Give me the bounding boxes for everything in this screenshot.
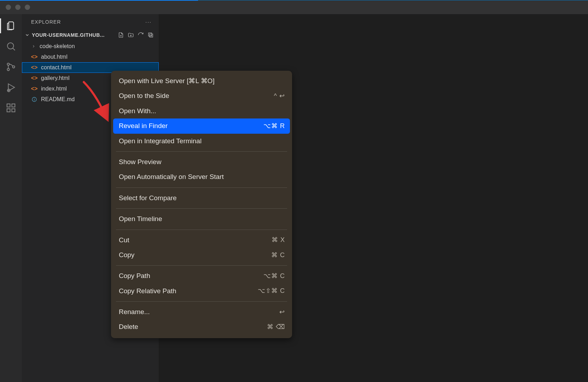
sidebar-more-icon[interactable]: ··· xyxy=(145,19,152,25)
menu-item[interactable]: Select for Compare xyxy=(111,191,292,206)
file-label: gallery.html xyxy=(41,75,70,81)
menu-item-label: Open in Integrated Terminal xyxy=(119,136,202,146)
menu-separator xyxy=(116,187,287,188)
html-file-icon: <> xyxy=(31,54,37,60)
menu-item-label: Show Preview xyxy=(119,157,161,167)
menu-item[interactable]: Open in Integrated Terminal xyxy=(111,134,292,149)
context-menu: Open with Live Server [⌘L ⌘O]Open to the… xyxy=(111,71,292,338)
file-label: README.md xyxy=(41,96,75,103)
menu-item-label: Select for Compare xyxy=(119,193,177,203)
menu-item-shortcut: ↩ xyxy=(279,307,285,317)
html-file-icon: <> xyxy=(31,64,37,71)
svg-point-2 xyxy=(7,63,9,65)
sidebar-header: EXPLORER ··· xyxy=(22,14,159,30)
menu-item[interactable]: Delete⌘ ⌫ xyxy=(111,319,292,334)
chevron-right-icon xyxy=(31,44,36,48)
file-label: contact.html xyxy=(41,64,71,71)
activity-search-icon[interactable] xyxy=(5,40,17,52)
menu-item[interactable]: Open With... xyxy=(111,104,292,118)
folder-header[interactable]: YOUR-USERNAME.GITHUB... xyxy=(22,30,159,40)
menu-item[interactable]: Open Timeline xyxy=(111,212,292,226)
menu-item-label: Open with Live Server [⌘L ⌘O] xyxy=(119,76,215,86)
menu-item-label: Open With... xyxy=(119,106,156,116)
menu-item-shortcut: ⌘ ⌫ xyxy=(267,322,285,332)
svg-line-1 xyxy=(13,48,15,50)
html-file-icon: <> xyxy=(31,86,37,92)
menu-item-shortcut: ⌥⌘ R xyxy=(263,121,285,131)
refresh-icon[interactable] xyxy=(138,32,144,38)
menu-item-label: Copy xyxy=(119,250,134,260)
svg-point-4 xyxy=(12,66,14,68)
menu-item-label: Open Automatically on Server Start xyxy=(119,172,224,182)
activity-source-control-icon[interactable] xyxy=(5,61,17,73)
sidebar-title: EXPLORER xyxy=(31,19,61,25)
new-folder-icon[interactable] xyxy=(128,32,134,38)
menu-item-label: Reveal in Finder xyxy=(119,121,168,131)
window-maximize-button[interactable] xyxy=(25,5,30,10)
menu-item-label: Rename... xyxy=(119,307,150,317)
activity-run-debug-icon[interactable] xyxy=(5,81,17,93)
collapse-all-icon[interactable] xyxy=(147,32,154,38)
menu-item[interactable]: Reveal in Finder⌥⌘ R xyxy=(113,118,290,133)
menu-item[interactable]: Open with Live Server [⌘L ⌘O] xyxy=(111,74,292,88)
svg-rect-8 xyxy=(7,109,10,112)
menu-item-shortcut: ⌘ C xyxy=(271,250,285,260)
menu-item[interactable]: Copy⌘ C xyxy=(111,248,292,262)
menu-item-shortcut: ⌘ X xyxy=(272,235,285,245)
svg-rect-7 xyxy=(7,104,10,107)
svg-point-3 xyxy=(7,68,9,70)
folder-name: YOUR-USERNAME.GITHUB... xyxy=(32,32,105,38)
file-label: index.html xyxy=(41,86,67,92)
menu-item-label: Open to the Side xyxy=(119,91,169,101)
menu-item-label: Cut xyxy=(119,235,129,245)
menu-item[interactable]: Show Preview xyxy=(111,155,292,169)
menu-item-label: Copy Relative Path xyxy=(119,286,176,296)
menu-separator xyxy=(116,151,287,152)
folder-row[interactable]: code-skeleton xyxy=(22,41,159,52)
menu-item[interactable]: Cut⌘ X xyxy=(111,233,292,248)
folder-label: code-skeleton xyxy=(40,43,75,50)
activity-bar xyxy=(0,14,22,382)
window-controls xyxy=(6,5,30,10)
menu-item-shortcut: ⌥⇧⌘ C xyxy=(258,286,285,296)
menu-item[interactable]: Copy Path⌥⌘ C xyxy=(111,268,292,283)
chevron-down-icon xyxy=(25,33,30,37)
svg-point-0 xyxy=(7,43,14,49)
menu-item-label: Copy Path xyxy=(119,271,150,281)
menu-item-shortcut: ^ ↩ xyxy=(274,91,285,101)
file-row[interactable]: <>about.html xyxy=(22,52,159,62)
menu-separator xyxy=(116,230,287,230)
file-label: about.html xyxy=(41,54,68,60)
info-icon xyxy=(31,97,37,102)
svg-rect-10 xyxy=(12,104,15,107)
svg-rect-9 xyxy=(12,109,15,112)
menu-item[interactable]: Open Automatically on Server Start xyxy=(111,169,292,184)
menu-item[interactable]: Copy Relative Path⌥⇧⌘ C xyxy=(111,284,292,299)
menu-item-shortcut: ⌥⌘ C xyxy=(263,271,285,281)
menu-item[interactable]: Open to the Side^ ↩ xyxy=(111,88,292,103)
activity-extensions-icon[interactable] xyxy=(5,102,17,114)
window-close-button[interactable] xyxy=(6,5,11,10)
titlebar xyxy=(0,0,588,14)
svg-point-20 xyxy=(34,98,34,98)
html-file-icon: <> xyxy=(31,75,37,81)
menu-item-label: Delete xyxy=(119,322,138,332)
menu-separator xyxy=(116,208,287,209)
menu-separator xyxy=(116,301,287,302)
activity-explorer-icon[interactable] xyxy=(5,20,17,32)
new-file-icon[interactable] xyxy=(118,32,124,38)
folder-actions xyxy=(118,32,154,38)
svg-marker-5 xyxy=(8,84,15,91)
menu-item-label: Open Timeline xyxy=(119,214,162,224)
menu-item[interactable]: Rename...↩ xyxy=(111,305,292,319)
window-minimize-button[interactable] xyxy=(15,5,21,10)
menu-separator xyxy=(116,265,287,266)
